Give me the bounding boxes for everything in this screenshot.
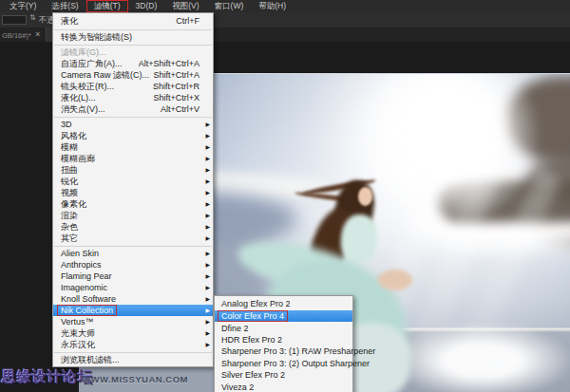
submenu-arrow-icon: ▶ <box>202 187 210 198</box>
submenu-arrow-icon: ▶ <box>202 282 210 293</box>
menubar-item[interactable]: 窗口(W) <box>207 0 252 12</box>
menu-item[interactable]: Silver Efex Pro 2 <box>215 369 352 381</box>
menu-item[interactable]: 浏览联机滤镜... <box>53 354 213 365</box>
menu-item-label: Knoll Software <box>61 294 116 304</box>
submenu-arrow-icon: ▶ <box>202 164 210 176</box>
woman-arms <box>378 270 412 290</box>
menu-item-label: Imagenomic <box>61 283 107 292</box>
menubar-item[interactable]: 3D(D) <box>128 0 165 12</box>
document-tab[interactable]: GB/16#)* <box>2 31 31 40</box>
menu-item[interactable]: Vertus™▶ <box>53 316 213 327</box>
submenu-arrow-icon: ▶ <box>202 233 210 244</box>
menu-item[interactable]: 自适应广角(A)...Alt+Shift+Ctrl+A <box>53 58 213 69</box>
menu-item-shortcut: Ctrl+F <box>176 16 202 26</box>
menu-item-label: 转换为智能滤镜(S) <box>61 31 132 44</box>
menu-item-label: 永乐汉化 <box>61 339 95 351</box>
menu-item[interactable]: Alien Skin▶ <box>53 248 213 259</box>
menu-item-label: Color Efex Pro 4 <box>218 311 287 321</box>
submenu-arrow-icon: ▶ <box>202 305 210 316</box>
menu-item[interactable]: 3D▶ <box>53 119 213 130</box>
menu-item[interactable]: 风格化▶ <box>53 130 213 141</box>
submenu-arrow-icon: ▶ <box>202 130 210 141</box>
menu-item-shortcut: Shift+Ctrl+X <box>153 93 202 103</box>
menu-item[interactable]: Sharpener Pro 3: (2) Output Sharpener <box>215 358 352 369</box>
menu-item-label: Sharpener Pro 3: (2) Output Sharpener <box>221 359 370 368</box>
menu-item[interactable]: 镜头校正(R)...Shift+Ctrl+R <box>53 81 213 92</box>
menu-item-label: Viveza 2 <box>221 383 254 392</box>
menu-item[interactable]: 渲染▶ <box>53 210 213 221</box>
stepper-icon[interactable]: ⇅ <box>29 13 36 22</box>
menu-item-shortcut: Shift+Ctrl+R <box>153 82 202 91</box>
menu-item[interactable]: 杂色▶ <box>53 221 213 233</box>
menu-item[interactable]: Anthropics▶ <box>53 259 213 271</box>
menu-item-label: HDR Efex Pro 2 <box>221 335 282 345</box>
submenu-arrow-icon: ▶ <box>202 327 210 339</box>
menu-separator <box>53 43 213 47</box>
submenu-arrow-icon: ▶ <box>202 176 210 187</box>
menu-item[interactable]: Knoll Software▶ <box>53 293 213 305</box>
menu-bar: 文字(Y)选择(S)滤镜(T)3D(D)视图(V)窗口(W)帮助(H) <box>0 0 570 12</box>
menu-item[interactable]: 锐化▶ <box>53 176 213 187</box>
submenu-arrow-icon: ▶ <box>202 339 210 350</box>
options-value-input[interactable] <box>2 15 27 25</box>
menu-item-shortcut: Alt+Shift+Ctrl+A <box>139 59 202 68</box>
menu-item-label: Nik Collection <box>58 306 116 315</box>
menu-item-label: Anthropics <box>61 260 102 270</box>
menu-item-label: 其它 <box>61 233 78 245</box>
menu-item[interactable]: Dfine 2 <box>215 322 352 333</box>
watermark-site-name: 思缘设计论坛 <box>2 368 93 386</box>
menu-item[interactable]: Flaming Pear▶ <box>53 271 213 282</box>
menu-item[interactable]: 模糊▶ <box>53 141 213 153</box>
filter-menu: 液化Ctrl+F转换为智能滤镜(S)滤镜库(G)...自适应广角(A)...Al… <box>52 12 214 367</box>
close-tab-icon[interactable]: × <box>35 29 40 39</box>
menu-separator <box>53 28 213 31</box>
menu-item[interactable]: Imagenomic▶ <box>53 282 213 293</box>
submenu-arrow-icon: ▶ <box>202 248 210 259</box>
watermark-site-url: WWW.MISSYUAN.COM <box>82 374 188 384</box>
menu-item[interactable]: 永乐汉化▶ <box>53 339 213 350</box>
menu-item-shortcut: Shift+Ctrl+A <box>153 70 202 80</box>
menu-item[interactable]: 滤镜库(G)... <box>53 47 213 58</box>
menubar-item[interactable]: 视图(V) <box>164 0 206 12</box>
menu-item[interactable]: 光束大师▶ <box>53 327 213 339</box>
menubar-item[interactable]: 选择(S) <box>44 0 86 12</box>
menubar-item[interactable]: 滤镜(T) <box>86 0 128 12</box>
menubar-item[interactable]: 帮助(H) <box>251 0 294 12</box>
submenu-arrow-icon: ▶ <box>202 141 210 153</box>
menu-item[interactable]: 消失点(V)...Alt+Ctrl+V <box>53 103 213 115</box>
menu-item-label: Flaming Pear <box>61 271 112 281</box>
menu-item-label: Vertus™ <box>61 317 94 327</box>
menu-item[interactable]: Camera Raw 滤镜(C)...Shift+Ctrl+A <box>53 69 213 81</box>
menu-item[interactable]: 液化(L)...Shift+Ctrl+X <box>53 92 213 103</box>
menu-item[interactable]: 模糊画廊▶ <box>53 153 213 164</box>
menu-item-label: 浏览联机滤镜... <box>61 354 120 366</box>
menu-item[interactable]: Color Efex Pro 4 <box>215 310 352 322</box>
menubar-item[interactable]: 文字(Y) <box>2 0 44 12</box>
menu-item[interactable]: HDR Efex Pro 2 <box>215 334 352 345</box>
menu-item[interactable]: 像素化▶ <box>53 198 213 210</box>
menu-separator <box>53 350 213 354</box>
menu-item-label: 消失点(V)... <box>61 103 105 116</box>
menu-item[interactable]: 转换为智能滤镜(S) <box>53 31 213 43</box>
submenu-arrow-icon: ▶ <box>202 210 210 221</box>
menu-separator <box>53 244 213 248</box>
menu-item-label: Analog Efex Pro 2 <box>221 299 291 308</box>
menu-item[interactable]: 视频▶ <box>53 187 213 198</box>
submenu-arrow-icon: ▶ <box>202 119 210 130</box>
menu-item-label: 3D <box>61 120 72 129</box>
sea-reflection <box>392 323 570 392</box>
menu-item[interactable]: 扭曲▶ <box>53 164 213 176</box>
submenu-arrow-icon: ▶ <box>202 293 210 305</box>
menu-item[interactable]: 液化Ctrl+F <box>53 14 213 28</box>
menu-item[interactable]: Viveza 2 <box>215 381 352 392</box>
submenu-arrow-icon: ▶ <box>202 153 210 164</box>
menu-item-label: Silver Efex Pro 2 <box>221 370 285 380</box>
submenu-arrow-icon: ▶ <box>202 271 210 282</box>
photoshop-window: 文字(Y)选择(S)滤镜(T)3D(D)视图(V)窗口(W)帮助(H) ⇅ 不透… <box>0 0 570 392</box>
menu-item-label: Dfine 2 <box>221 324 249 333</box>
menu-item[interactable]: Analog Efex Pro 2 <box>215 297 352 310</box>
menu-item[interactable]: Sharpener Pro 3: (1) RAW Presharpener <box>215 345 352 357</box>
menu-item[interactable]: 其它▶ <box>53 233 213 244</box>
menu-item-label: Sharpener Pro 3: (1) RAW Presharpener <box>221 346 375 356</box>
menu-item[interactable]: Nik Collection▶ <box>53 305 213 316</box>
